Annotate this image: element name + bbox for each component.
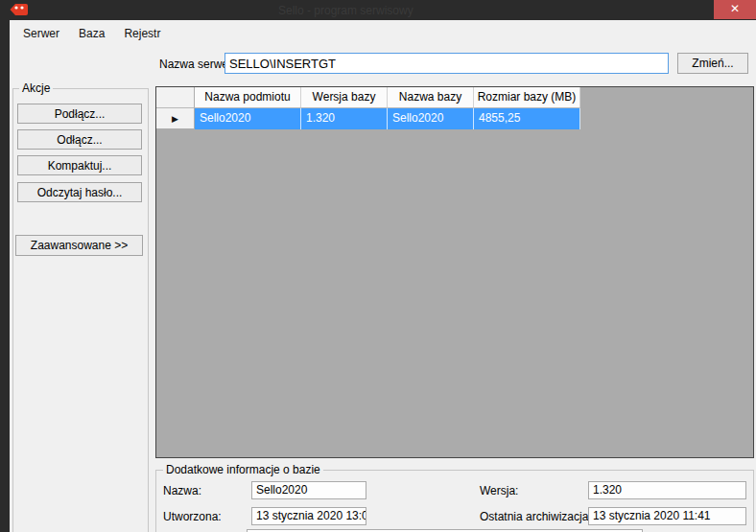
window-title: Sello - program serwisowy xyxy=(278,4,413,17)
row-header[interactable]: ▶ xyxy=(156,108,195,129)
server-name-input[interactable] xyxy=(224,53,669,74)
advanced-button[interactable]: Zaawansowane >> xyxy=(15,235,143,256)
titlebar: Sello - program serwisowy ✕ xyxy=(0,0,756,20)
close-button[interactable]: ✕ xyxy=(714,0,756,19)
menu-item-serwer[interactable]: Serwer xyxy=(13,24,69,45)
disconnect-button[interactable]: Odłącz... xyxy=(17,129,142,150)
grid-cell-nazwa-bazy[interactable]: Sello2020 xyxy=(388,108,474,129)
current-row-indicator-icon: ▶ xyxy=(172,114,178,124)
menubar: Serwer Baza Rejestr xyxy=(10,24,170,45)
db-version-field[interactable]: 1.320 xyxy=(588,481,746,499)
database-grid: Nazwa podmiotu Wersja bazy Nazwa bazy Ro… xyxy=(155,86,754,458)
grid-cell-rozmiar-bazy[interactable]: 4855,25 xyxy=(474,108,580,129)
change-server-button[interactable]: Zmień... xyxy=(677,53,748,74)
actions-group-title: Akcje xyxy=(19,81,53,95)
db-last-archive-label: Ostatnia archiwizacja: xyxy=(480,510,592,523)
db-created-field[interactable]: 13 stycznia 2020 13:09 xyxy=(251,507,366,525)
db-last-archive-field[interactable]: 13 stycznia 2020 11:41 xyxy=(588,507,746,525)
read-password-button[interactable]: Odczytaj hasło... xyxy=(17,182,142,202)
column-header-nazwa-bazy[interactable]: Nazwa bazy xyxy=(388,87,474,108)
connect-button[interactable]: Podłącz... xyxy=(17,104,142,124)
db-created-label: Utworzona: xyxy=(163,510,222,523)
compact-button[interactable]: Kompaktuj... xyxy=(17,155,142,175)
app-icon xyxy=(8,3,28,16)
db-version-label: Wersja: xyxy=(480,484,518,497)
grid-cell-nazwa-podmiotu[interactable]: Sello2020 xyxy=(195,108,301,129)
db-name-label: Nazwa: xyxy=(163,484,201,497)
app-window: Sello - program serwisowy ✕ Serwer Baza … xyxy=(0,0,756,532)
close-icon: ✕ xyxy=(730,2,740,15)
column-header-nazwa-podmiotu[interactable]: Nazwa podmiotu xyxy=(195,87,301,108)
details-group-title: Dodatkowe informacje o bazie xyxy=(163,463,323,476)
grid-corner-cell[interactable] xyxy=(156,87,195,108)
menu-item-baza[interactable]: Baza xyxy=(69,24,114,45)
grid-cell-wersja-bazy[interactable]: 1.320 xyxy=(301,108,388,129)
column-header-rozmiar-bazy[interactable]: Rozmiar bazy (MB) xyxy=(474,87,580,108)
db-name-field[interactable]: Sello2020 xyxy=(251,481,366,499)
menu-item-rejestr[interactable]: Rejestr xyxy=(114,24,170,45)
column-header-wersja-bazy[interactable]: Wersja bazy xyxy=(301,87,388,108)
